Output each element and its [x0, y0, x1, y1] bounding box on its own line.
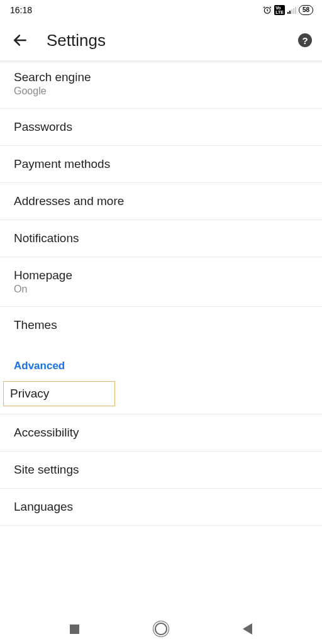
system-nav-bar: [0, 614, 322, 644]
square-icon: [70, 625, 79, 634]
help-button[interactable]: ?: [298, 33, 312, 47]
item-title: Site settings: [14, 463, 308, 477]
back-arrow-icon: [12, 32, 28, 48]
section-header-advanced: Advanced: [0, 343, 322, 381]
question-mark-icon: ?: [302, 35, 308, 46]
list-item-privacy-wrapper: Privacy: [0, 381, 322, 414]
item-title: Themes: [14, 318, 308, 332]
list-item-search-engine[interactable]: Search engine Google: [0, 64, 322, 109]
item-subtitle: On: [14, 284, 308, 295]
home-button[interactable]: [148, 616, 174, 641]
recent-apps-button[interactable]: [62, 616, 87, 641]
status-time: 16:18: [10, 5, 32, 15]
volte-icon: VoLTE: [274, 5, 285, 15]
item-title: Accessibility: [14, 426, 308, 440]
item-title: Payment methods: [14, 157, 308, 171]
item-subtitle: Google: [14, 86, 308, 97]
list-item-languages[interactable]: Languages: [0, 489, 322, 526]
item-title: Languages: [14, 500, 308, 514]
list-item-accessibility[interactable]: Accessibility: [0, 414, 322, 452]
item-title: Addresses and more: [14, 194, 308, 208]
circle-icon: [155, 623, 167, 635]
list-item-themes[interactable]: Themes: [0, 307, 322, 343]
list-item-payment-methods[interactable]: Payment methods: [0, 146, 322, 183]
item-title: Privacy: [10, 387, 108, 401]
item-title: Notifications: [14, 231, 308, 245]
list-item-addresses[interactable]: Addresses and more: [0, 183, 322, 220]
list-item-site-settings[interactable]: Site settings: [0, 452, 322, 489]
item-title: Search engine: [14, 70, 308, 84]
alarm-icon: [263, 6, 272, 14]
item-title: Homepage: [14, 269, 308, 282]
status-bar: 16:18 VoLTE 58: [0, 0, 322, 20]
app-bar: Settings ?: [0, 20, 322, 60]
back-button[interactable]: [8, 28, 33, 53]
battery-indicator: 58: [299, 5, 313, 15]
status-indicators: VoLTE 58: [263, 5, 313, 15]
list-item-privacy[interactable]: Privacy: [3, 381, 115, 406]
item-title: Passwords: [14, 120, 308, 134]
settings-list: Search engine Google Passwords Payment m…: [0, 60, 322, 614]
list-item-notifications[interactable]: Notifications: [0, 220, 322, 257]
triangle-icon: [243, 623, 252, 635]
list-item-passwords[interactable]: Passwords: [0, 109, 322, 146]
back-nav-button[interactable]: [235, 616, 260, 641]
signal-icon: [287, 6, 296, 14]
page-title: Settings: [47, 31, 298, 50]
list-item-homepage[interactable]: Homepage On: [0, 257, 322, 307]
